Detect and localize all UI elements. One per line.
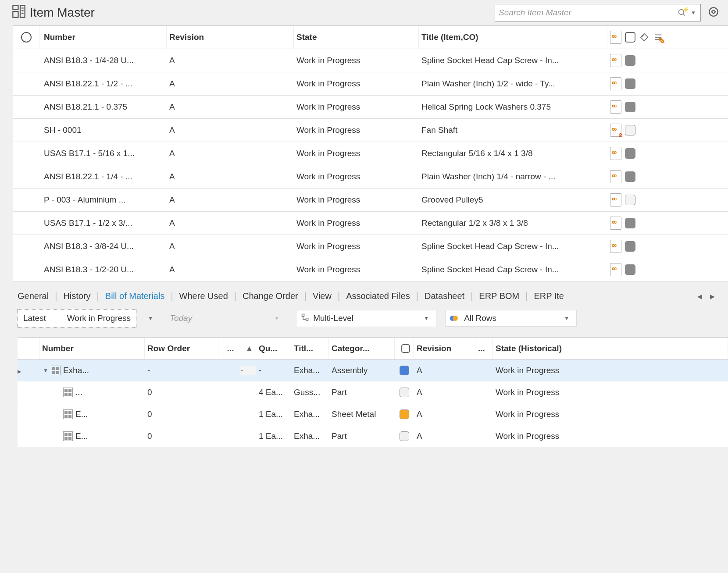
col-state[interactable]: State — [296, 32, 317, 42]
tab-history[interactable]: History — [63, 291, 90, 301]
tab-erp-bom[interactable]: ERP BOM — [479, 291, 519, 301]
svg-point-8 — [709, 7, 718, 16]
tab-datasheet[interactable]: Datasheet — [425, 291, 464, 301]
bom-col-rev[interactable]: Revision — [417, 344, 451, 353]
cell-state: Work in Progress — [294, 125, 419, 135]
bom-row[interactable]: ...04 Ea...Guss...PartAWork in Progress — [18, 381, 728, 403]
file-link-icon[interactable] — [610, 100, 621, 114]
tree-caret-icon[interactable]: ▼ — [43, 367, 48, 374]
file-link-icon[interactable] — [610, 263, 621, 276]
latest-caret-icon[interactable]: ▼ — [145, 315, 156, 321]
table-row[interactable]: ANSI B18.21.1 - 0.375AWork in ProgressHe… — [13, 96, 728, 119]
file-link-icon[interactable] — [610, 124, 621, 137]
table-row[interactable]: ANSI B18.3 - 1/2-20 U...AWork in Progres… — [13, 258, 728, 281]
file-link-icon[interactable] — [610, 240, 621, 253]
bom-cell-qty: 1 Ea... — [256, 409, 291, 419]
row-checkbox[interactable] — [625, 78, 635, 89]
rows-combo[interactable]: All Rows ▼ — [445, 310, 577, 327]
bom-col-number[interactable]: Number — [42, 344, 74, 353]
row-checkbox[interactable] — [625, 264, 635, 275]
col-revision[interactable]: Revision — [169, 32, 204, 42]
bom-col-state[interactable]: State (Historical) — [496, 344, 562, 353]
top-bar: Item Master ⚡ ▼ — [0, 0, 728, 25]
tree-icon — [301, 313, 310, 324]
bom-cell-roworder: 0 — [145, 409, 218, 419]
latest-combo[interactable]: Latest Work in Progress — [18, 309, 136, 327]
tab-scroll-right-icon[interactable]: ▶ — [710, 293, 715, 300]
bom-row[interactable]: E...01 Ea...Exha...PartAWork in Progress — [18, 425, 728, 447]
tab-general[interactable]: General — [18, 291, 49, 301]
bom-row[interactable]: E...01 Ea...Exha...Sheet MetalAWork in P… — [18, 403, 728, 425]
cell-state: Work in Progress — [294, 195, 419, 205]
table-row[interactable]: USAS B17.1 - 1/2 x 3/...AWork in Progres… — [13, 212, 728, 235]
cell-number: SH - 0001 — [39, 125, 167, 135]
table-row[interactable]: ANSI B18.3 - 1/4-28 U...AWork in Progres… — [13, 49, 728, 72]
table-row[interactable]: SH - 0001AWork in ProgressFan Shaft — [13, 119, 728, 142]
bom-col-cat[interactable]: Categor... — [332, 344, 370, 353]
bom-col-roworder[interactable]: Row Order — [147, 344, 190, 353]
cell-revision: A — [167, 102, 294, 112]
bom-col-dots[interactable]: ... — [227, 344, 234, 353]
expand-arrow-icon[interactable]: ▶ — [18, 369, 21, 374]
header-file-icon[interactable] — [610, 31, 621, 44]
file-link-icon[interactable] — [610, 77, 621, 90]
file-link-icon[interactable] — [610, 54, 621, 67]
bom-col-dots2[interactable]: ... — [478, 344, 485, 353]
bom-cell-rev: A — [414, 388, 475, 397]
table-row[interactable]: ANSI B18.22.1 - 1/2 - ...AWork in Progre… — [13, 72, 728, 96]
bom-row[interactable]: ▶▼Exha...---Exha...AssemblyAWork in Prog… — [18, 359, 728, 381]
bom-col-titl[interactable]: Titl... — [294, 344, 313, 353]
list-edit-icon[interactable]: ✎ — [653, 32, 664, 43]
table-row[interactable]: USAS B17.1 - 5/16 x 1...AWork in Progres… — [13, 142, 728, 165]
tab-scroll-left-icon[interactable]: ◀ — [697, 293, 702, 300]
tab-where-used[interactable]: Where Used — [179, 291, 228, 301]
header-checkbox-icon[interactable] — [625, 32, 635, 43]
col-number[interactable]: Number — [44, 32, 75, 42]
table-row[interactable]: ANSI B18.22.1 - 1/4 - ...AWork in Progre… — [13, 165, 728, 189]
row-checkbox[interactable] — [625, 148, 635, 159]
row-checkbox[interactable] — [625, 171, 635, 182]
cell-title: Spline Socket Head Cap Screw - In... — [419, 242, 607, 251]
bom-cell-titl: Exha... — [291, 409, 329, 419]
cell-number: ANSI B18.3 - 3/8-24 U... — [39, 242, 167, 251]
table-row[interactable]: P - 003 - Aluminium ...AWork in Progress… — [13, 189, 728, 212]
row-checkbox[interactable] — [625, 102, 635, 112]
bom-grid: Number Row Order ... ▲ Qu... Titl... Cat… — [18, 337, 728, 447]
tab-change-order[interactable]: Change Order — [243, 291, 298, 301]
row-checkbox[interactable] — [625, 195, 635, 205]
cell-title: Grooved Pulley5 — [419, 195, 607, 205]
grid-header: Number Revision State Title (Item,CO) ✎ — [13, 26, 728, 49]
cell-revision: A — [167, 218, 294, 228]
row-checkbox[interactable] — [625, 55, 635, 66]
file-link-icon[interactable] — [610, 170, 621, 183]
level-combo[interactable]: Multi-Level ▼ — [296, 310, 436, 327]
today-combo[interactable]: Today ▼ — [164, 309, 287, 327]
file-link-icon[interactable] — [610, 193, 621, 206]
bom-cell-titl: Exha... — [291, 366, 329, 375]
table-row[interactable]: ANSI B18.3 - 3/8-24 U...AWork in Progres… — [13, 235, 728, 258]
bom-col-checkbox-icon[interactable] — [401, 344, 410, 353]
tab-separator: | — [97, 291, 99, 301]
tag-icon[interactable] — [639, 32, 649, 43]
search-box[interactable]: ⚡ ▼ — [495, 4, 701, 21]
tab-erp-ite[interactable]: ERP Ite — [534, 291, 564, 301]
col-title[interactable]: Title (Item,CO) — [421, 32, 478, 42]
svg-rect-14 — [306, 318, 308, 320]
search-input[interactable] — [499, 8, 676, 18]
cell-title: Helical Spring Lock Washers 0.375 — [419, 102, 607, 112]
bom-col-qty[interactable]: Qu... — [259, 344, 277, 353]
tab-view[interactable]: View — [313, 291, 332, 301]
file-link-icon[interactable] — [610, 147, 621, 160]
row-checkbox[interactable] — [625, 218, 635, 228]
header-radio[interactable] — [13, 26, 39, 49]
row-checkbox[interactable] — [625, 125, 635, 135]
cell-number: ANSI B18.22.1 - 1/2 - ... — [39, 79, 167, 89]
tab-associated-files[interactable]: Associated Files — [346, 291, 410, 301]
row-checkbox[interactable] — [625, 241, 635, 252]
sort-asc-icon[interactable]: ▲ — [245, 344, 253, 353]
tab-bill-of-materials[interactable]: Bill of Materials — [105, 291, 165, 301]
refresh-icon[interactable] — [708, 6, 719, 20]
search-icon[interactable]: ⚡ — [678, 8, 686, 17]
file-link-icon[interactable] — [610, 217, 621, 230]
search-dropdown-caret-icon[interactable]: ▼ — [691, 10, 696, 16]
